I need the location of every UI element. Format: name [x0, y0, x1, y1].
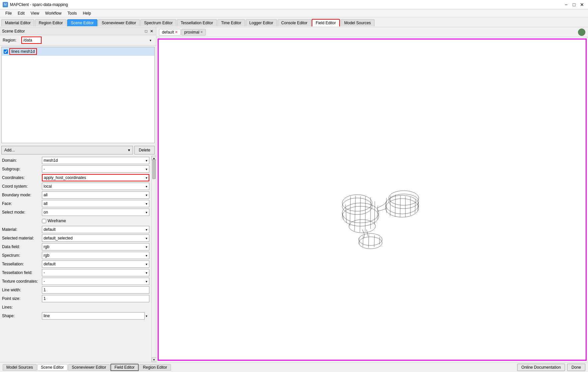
viewport-tabs: default ✕ proximal ✕: [156, 27, 588, 37]
tab-model-sources[interactable]: Model Sources: [341, 19, 374, 26]
wireframe-checkbox[interactable]: [42, 219, 46, 223]
tab-sceneviewer-editor[interactable]: Sceneviewer Editor: [98, 19, 140, 26]
prop-row-subgroup: Subgroup: -: [2, 165, 149, 173]
menu-tools[interactable]: Tools: [65, 10, 79, 16]
svg-point-17: [389, 194, 419, 209]
tab-tessellation-editor[interactable]: Tessellation Editor: [177, 19, 217, 26]
svg-point-26: [359, 233, 382, 245]
data-field-label: Data field:: [2, 244, 42, 249]
bottom-tab-model-sources[interactable]: Model Sources: [3, 364, 37, 371]
prop-row-tessellation: Tessellation: default: [2, 260, 149, 268]
tab-time-editor[interactable]: Time Editor: [218, 19, 245, 26]
maximize-button[interactable]: □: [571, 1, 577, 8]
svg-line-6: [346, 205, 347, 223]
prop-row-face: Face: all: [2, 200, 149, 208]
window-title: MAPClient - sparc-data-mapping: [10, 2, 68, 7]
domain-select[interactable]: mesh1d: [42, 157, 149, 164]
3d-model-svg: [337, 146, 437, 253]
graphics-item-checkbox[interactable]: [4, 49, 8, 54]
bottom-tab-region-editor[interactable]: Region Editor: [139, 364, 171, 371]
properties-scrollbar[interactable]: ▲ ▼: [151, 156, 156, 362]
region-select[interactable]: /data//proximal: [21, 37, 42, 44]
add-button[interactable]: Add... ▾: [1, 146, 133, 154]
tab-region-editor[interactable]: Region Editor: [35, 19, 67, 26]
viewport-corner-button[interactable]: [578, 29, 585, 36]
app-icon: M: [3, 2, 8, 7]
graphics-list[interactable]: lines mesh1d: [1, 47, 155, 143]
delete-button[interactable]: Delete: [134, 146, 155, 154]
tessellation-field-select[interactable]: -: [42, 269, 149, 276]
tab-material-editor[interactable]: Material Editor: [1, 19, 34, 26]
prop-row-texture-coords: Texture coordinates: -: [2, 277, 149, 285]
svg-point-2: [342, 195, 372, 211]
viewport-tab-proximal[interactable]: proximal ✕: [181, 29, 206, 36]
prop-row-select-mode: Select mode: on: [2, 208, 149, 216]
shape-select[interactable]: line: [42, 312, 145, 320]
data-field-select[interactable]: rgb: [42, 243, 149, 250]
viewport-tab-list: default ✕ proximal ✕: [159, 29, 206, 36]
done-button[interactable]: Done: [567, 364, 585, 371]
wireframe-checkbox-row: Wireframe: [42, 219, 66, 223]
menu-help[interactable]: Help: [80, 10, 94, 16]
material-select[interactable]: default: [42, 226, 149, 233]
material-label: Material:: [2, 227, 42, 232]
menu-edit[interactable]: Edit: [15, 10, 27, 16]
prop-row-wireframe: Wireframe: [2, 217, 149, 225]
coord-system-select[interactable]: local: [42, 183, 149, 190]
close-button[interactable]: ✕: [579, 1, 585, 8]
tessellation-select[interactable]: default: [42, 260, 149, 268]
texture-coords-select[interactable]: -: [42, 278, 149, 285]
props-content: Domain: mesh1d Subgroup: -: [0, 156, 151, 362]
scroll-thumb[interactable]: [152, 159, 156, 179]
spectrum-label: Spectrum:: [2, 253, 42, 258]
coord-system-label: Coord system:: [2, 184, 42, 189]
tessellation-select-wrapper: default: [42, 260, 149, 268]
subgroup-select[interactable]: -: [42, 165, 149, 173]
main-container: Scene Editor □ ✕ Region: /data//proximal…: [0, 27, 588, 362]
scene-editor-panel-title: Scene Editor: [2, 29, 25, 34]
bottom-tab-sceneviewer-editor[interactable]: Sceneviewer Editor: [68, 364, 110, 371]
menu-workflow[interactable]: Workflow: [43, 10, 64, 16]
graphics-item-lines-mesh1d[interactable]: lines mesh1d: [2, 47, 154, 56]
menu-view[interactable]: View: [28, 10, 42, 16]
prop-row-coordinates: Coordinates: apply_host_coordinates: [2, 174, 149, 182]
line-width-input[interactable]: [42, 286, 149, 294]
panel-float-button[interactable]: □: [144, 29, 148, 34]
tab-field-editor[interactable]: Field Editor: [312, 19, 340, 27]
tab-spectrum-editor[interactable]: Spectrum Editor: [140, 19, 176, 26]
coordinates-select[interactable]: apply_host_coordinates: [42, 174, 149, 181]
boundary-mode-label: Boundary mode:: [2, 193, 42, 197]
texture-coords-label: Texture coordinates:: [2, 279, 42, 284]
tab-scene-editor[interactable]: Scene Editor: [67, 19, 97, 26]
bottom-tab-scene-editor[interactable]: Scene Editor: [37, 364, 68, 371]
panel-close-button[interactable]: ✕: [149, 29, 154, 34]
minimize-button[interactable]: −: [563, 1, 569, 8]
tab-logger-editor[interactable]: Logger Editor: [246, 19, 277, 26]
tessellation-field-label: Tessellation field:: [2, 270, 42, 275]
prop-row-lines: Lines:: [2, 303, 149, 311]
viewport-tab-proximal-close[interactable]: ✕: [200, 30, 203, 34]
region-row: Region: /data//proximal: [0, 35, 156, 46]
tab-console-editor[interactable]: Console Editor: [278, 19, 311, 26]
domain-select-wrapper: mesh1d: [42, 157, 149, 164]
selected-material-select[interactable]: default_selected: [42, 234, 149, 242]
select-mode-select[interactable]: on: [42, 209, 149, 216]
viewport-tab-default[interactable]: default ✕: [159, 29, 181, 36]
panel-header-controls: □ ✕: [144, 29, 154, 34]
wireframe-text: Wireframe: [48, 219, 66, 223]
bottom-tab-field-editor[interactable]: Field Editor: [110, 364, 139, 371]
boundary-mode-select[interactable]: all: [42, 191, 149, 199]
selected-material-label: Selected material:: [2, 236, 42, 240]
menu-bar: File Edit View Workflow Tools Help: [0, 9, 588, 17]
face-select[interactable]: all: [42, 200, 149, 207]
tessellation-field-select-wrapper: -: [42, 269, 149, 276]
svg-line-21: [400, 196, 400, 217]
svg-line-19: [390, 196, 390, 216]
viewport-tab-default-close[interactable]: ✕: [175, 30, 178, 34]
online-documentation-button[interactable]: Online Documentation: [517, 364, 565, 371]
scroll-arrow-down[interactable]: ▼: [152, 357, 156, 362]
spectrum-select[interactable]: rgb: [42, 252, 149, 259]
point-size-input[interactable]: [42, 295, 149, 302]
menu-file[interactable]: File: [3, 10, 14, 16]
properties-area: Domain: mesh1d Subgroup: -: [0, 156, 156, 362]
